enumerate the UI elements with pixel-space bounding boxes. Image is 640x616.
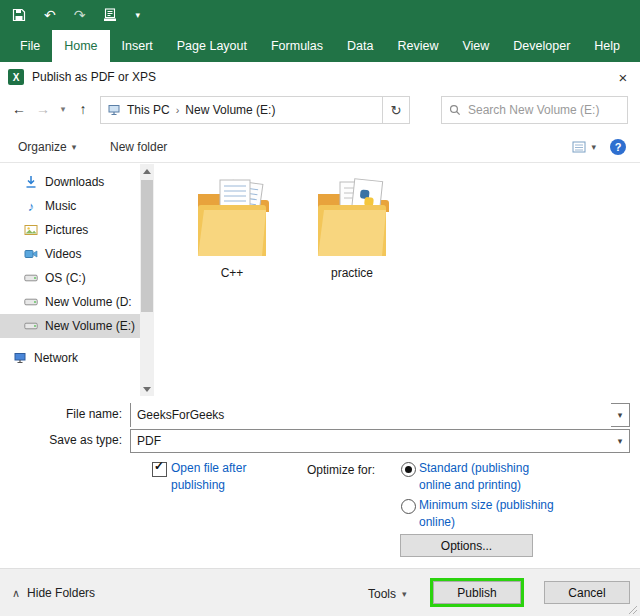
print-preview-icon[interactable]	[103, 8, 117, 22]
navigation-bar: ← → ▾ ↑ This PC › New Volume (E:) ▾ ↻	[0, 92, 640, 126]
tab-formulas[interactable]: Formulas	[259, 30, 335, 62]
new-folder-button[interactable]: New folder	[110, 132, 167, 162]
music-icon: ♪	[24, 199, 38, 214]
folder-icon	[194, 174, 270, 262]
sidebar-item-new-volume-d[interactable]: New Volume (D:	[0, 290, 140, 314]
command-bar: Organize ▾ New folder ▾ ?	[0, 132, 640, 162]
minimum-size-option-label[interactable]: Minimum size (publishing online)	[419, 497, 557, 531]
redo-icon[interactable]: ↷	[74, 8, 86, 22]
up-button[interactable]: ↑	[72, 96, 94, 122]
publish-dialog: X Publish as PDF or XPS × ← → ▾ ↑ This P…	[0, 62, 640, 616]
close-icon: ×	[619, 69, 628, 86]
sidebar-item-music[interactable]: ♪ Music	[0, 194, 140, 218]
toolbar-separator	[0, 162, 640, 163]
help-button[interactable]: ?	[610, 132, 626, 162]
sidebar-item-label: Videos	[45, 247, 81, 261]
sidebar-item-os-c[interactable]: OS (C:)	[0, 266, 140, 290]
file-name-combo: ▾	[130, 403, 630, 427]
undo-icon[interactable]: ↶	[44, 8, 56, 22]
save-type-label: Save as type:	[0, 428, 122, 452]
organize-menu[interactable]: Organize ▾	[18, 132, 76, 162]
sidebar-item-downloads[interactable]: Downloads	[0, 170, 140, 194]
tab-view[interactable]: View	[450, 30, 501, 62]
new-folder-label: New folder	[110, 140, 167, 154]
breadcrumb-separator-icon: ›	[176, 104, 180, 116]
refresh-icon: ↻	[391, 103, 402, 118]
file-name-label: File name:	[0, 402, 122, 426]
hide-folders-button[interactable]: ∧ Hide Folders	[12, 586, 95, 600]
chevron-down-icon: ▾	[72, 142, 77, 152]
recent-locations-chevron-icon[interactable]: ▾	[56, 96, 70, 122]
tab-data[interactable]: Data	[335, 30, 385, 62]
file-name-row: File name: ▾	[0, 402, 640, 426]
scrollbar-thumb[interactable]	[141, 180, 153, 312]
tab-home[interactable]: Home	[52, 30, 109, 62]
sidebar-item-pictures[interactable]: Pictures	[0, 218, 140, 242]
tab-developer[interactable]: Developer	[501, 30, 582, 62]
app-window: ↶ ↷ ▾ File Home Insert Page Layout Formu…	[0, 0, 640, 616]
titlebar: ↶ ↷ ▾	[0, 0, 640, 30]
open-after-checkbox[interactable]: ✓	[152, 462, 167, 477]
tab-review[interactable]: Review	[385, 30, 450, 62]
folder-tree: Downloads ♪ Music Pictures Videos	[0, 164, 140, 402]
file-name-input[interactable]	[131, 403, 611, 427]
sidebar-item-videos[interactable]: Videos	[0, 242, 140, 266]
excel-icon: X	[8, 69, 24, 85]
views-button[interactable]: ▾	[572, 132, 596, 162]
folder-name: practice	[331, 266, 373, 280]
back-button[interactable]: ←	[8, 96, 30, 122]
forward-button[interactable]: →	[32, 96, 54, 122]
sidebar-item-label: Downloads	[45, 175, 104, 189]
sidebar-item-label: Network	[34, 351, 78, 365]
dialog-titlebar: X Publish as PDF or XPS	[0, 62, 640, 92]
scroll-down-button[interactable]	[140, 382, 154, 396]
customize-toolbar-chevron-icon[interactable]: ▾	[135, 10, 140, 20]
tools-menu[interactable]: Tools ▾	[368, 587, 407, 601]
publish-button[interactable]: Publish	[433, 581, 521, 604]
tab-insert[interactable]: Insert	[110, 30, 165, 62]
folder-item-practice[interactable]: practice	[298, 174, 406, 280]
resize-grip[interactable]	[628, 605, 638, 615]
sidebar-item-network[interactable]: Network	[0, 346, 140, 370]
radio-minimum-size[interactable]	[401, 499, 416, 514]
chevron-down-icon[interactable]: ▾	[611, 410, 629, 420]
check-icon: ✓	[154, 459, 164, 473]
downloads-icon	[24, 175, 38, 189]
chevron-up-icon: ∧	[12, 587, 20, 600]
videos-icon	[24, 247, 38, 261]
ribbon-tabs: File Home Insert Page Layout Formulas Da…	[0, 30, 640, 62]
sidebar-item-new-volume-e[interactable]: New Volume (E:)	[0, 314, 140, 338]
options-button[interactable]: Options...	[400, 534, 533, 557]
drive-icon	[24, 319, 38, 333]
address-bar[interactable]: This PC › New Volume (E:) ▾	[100, 96, 395, 124]
close-button[interactable]: ×	[606, 62, 640, 92]
folder-item-cpp[interactable]: C++	[178, 174, 286, 280]
refresh-button[interactable]: ↻	[382, 96, 410, 124]
radio-standard[interactable]	[401, 462, 416, 477]
scroll-up-button[interactable]	[140, 164, 154, 178]
chevron-down-icon: ▾	[611, 436, 629, 446]
organize-label: Organize	[18, 140, 67, 154]
folder-name: C++	[221, 266, 244, 280]
tab-help[interactable]: Help	[582, 30, 632, 62]
search-box	[441, 96, 628, 124]
tab-page-layout[interactable]: Page Layout	[165, 30, 259, 62]
save-type-row: Save as type: PDF ▾	[0, 428, 640, 452]
search-input[interactable]	[466, 102, 620, 118]
chevron-down-icon: ▾	[402, 589, 407, 599]
breadcrumb-current[interactable]: New Volume (E:)	[185, 103, 275, 117]
tab-file[interactable]: File	[8, 30, 52, 62]
save-icon[interactable]	[12, 8, 26, 22]
network-icon	[13, 351, 27, 365]
save-type-select[interactable]: PDF ▾	[130, 429, 630, 453]
standard-option-label[interactable]: Standard (publishing online and printing…	[419, 460, 557, 494]
sidebar-item-label: Music	[45, 199, 76, 213]
sidebar-scrollbar[interactable]	[140, 164, 154, 396]
cancel-button[interactable]: Cancel	[544, 581, 630, 604]
hide-folders-label: Hide Folders	[27, 586, 95, 600]
dialog-title: Publish as PDF or XPS	[32, 70, 156, 84]
open-after-label[interactable]: Open file after publishing	[171, 460, 281, 494]
breadcrumb-root[interactable]: This PC	[127, 103, 170, 117]
sidebar-item-label: New Volume (D:	[45, 295, 132, 309]
tools-label: Tools	[368, 587, 396, 601]
